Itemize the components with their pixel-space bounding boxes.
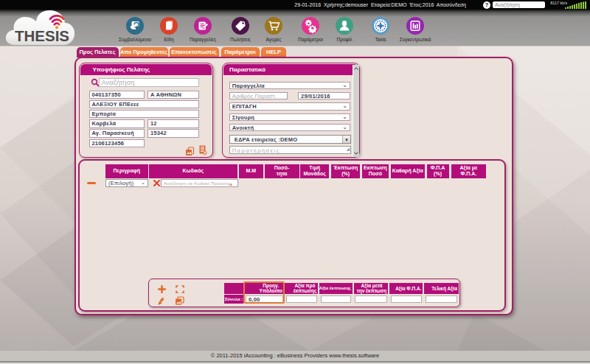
svg-text:THESIS: THESIS	[15, 27, 69, 44]
